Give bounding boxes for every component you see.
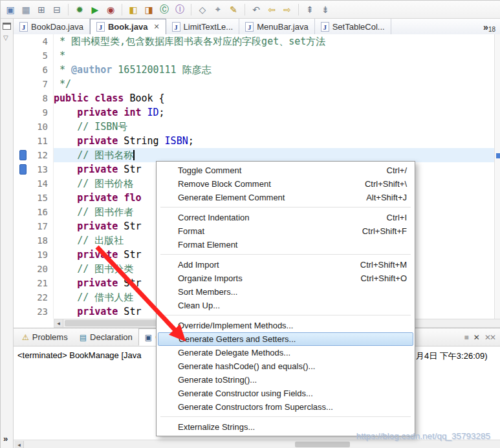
code-line[interactable]: private String ISBN; <box>54 134 500 148</box>
text-cursor <box>133 150 135 160</box>
line-number: 11 <box>30 134 48 148</box>
code-token <box>54 306 77 317</box>
line-number: 16 <box>30 205 48 219</box>
code-token <box>54 135 77 147</box>
toolbar-separator <box>68 4 69 16</box>
new-wizard-icon[interactable]: ▣ <box>3 3 17 17</box>
code-token: String <box>118 135 164 147</box>
new-interface-icon[interactable]: Ⓘ <box>173 3 187 17</box>
external-tools-icon[interactable]: ◉ <box>103 3 118 17</box>
code-token: // ISBN号 <box>77 121 127 133</box>
save-icon[interactable]: ▦ <box>19 3 33 17</box>
export-icon[interactable]: ⊟ <box>50 3 64 17</box>
java-file-icon: J <box>321 22 329 32</box>
previous-annotation-icon[interactable]: ⇞ <box>303 3 317 17</box>
scrollbar-thumb[interactable] <box>295 442 350 447</box>
code-line[interactable]: * 图书模型类,包含数据库图书表各对应的字段get、set方法 <box>54 34 500 48</box>
editor-tab-label: Book.java <box>108 22 147 32</box>
code-token: public <box>54 92 89 104</box>
code-line[interactable]: // 图书名称 <box>54 148 500 162</box>
menu-item-shortcut: Ctrl+/ <box>387 164 407 177</box>
search-icon[interactable]: ⌖ <box>211 3 225 17</box>
restore-view-icon[interactable] <box>3 23 11 30</box>
code-line[interactable]: private int ID; <box>54 105 500 120</box>
view-menu-chevron-icon[interactable] <box>3 34 8 41</box>
code-token <box>54 178 77 189</box>
menu-item-clean-up[interactable]: Clean Up... <box>157 299 415 312</box>
code-token <box>54 263 77 275</box>
menu-item-organize-imports[interactable]: Organize ImportsCtrl+Shift+O <box>157 272 415 285</box>
expand-views-icon[interactable] <box>3 434 8 443</box>
java-file-icon: J <box>172 22 180 32</box>
panel-tab-declaration[interactable]: ▤Declaration <box>74 328 138 346</box>
menu-item-generate-constructor-using-fields[interactable]: Generate Constructor using Fields... <box>157 387 415 400</box>
forward-icon[interactable]: ⇨ <box>280 3 294 17</box>
last-edit-location-icon[interactable]: ↶ <box>249 3 263 17</box>
menu-item-generate-constructors-from-superclass[interactable]: Generate Constructors from Superclass... <box>157 400 415 414</box>
editor-tab-menubar-java[interactable]: JMenuBar.java <box>239 19 315 35</box>
menu-item-generate-delegate-methods[interactable]: Generate Delegate Methods... <box>157 346 415 359</box>
code-line[interactable]: public class Book { <box>54 91 500 105</box>
panel-tab-problems[interactable]: ⚠Problems <box>16 328 74 346</box>
code-token: // 出版社 <box>77 235 124 246</box>
back-icon[interactable]: ⇦ <box>265 3 279 17</box>
menu-item-generate-getters-and-setters[interactable]: Generate Getters and Setters... <box>158 332 413 346</box>
menu-item-label: Generate toString()... <box>178 373 389 387</box>
externalize-strings-icon[interactable]: ✎ <box>226 3 241 17</box>
menu-item-generate-hashcode-and-equals[interactable]: Generate hashCode() and equals()... <box>157 359 415 373</box>
overview-ruler[interactable] <box>494 34 500 319</box>
editor-tab-bookdao-java[interactable]: JBookDao.java <box>14 19 90 35</box>
next-annotation-icon[interactable]: ⇟ <box>318 3 332 17</box>
remove-launch-icon[interactable]: ✕ <box>473 333 479 342</box>
menu-item-label: Generate Constructors from Superclass... <box>178 400 389 414</box>
new-class-icon[interactable]: Ⓒ <box>157 3 171 17</box>
menu-item-sort-members[interactable]: Sort Members... <box>157 285 415 299</box>
code-token: ISBN <box>165 135 188 147</box>
menu-item-override-implement-methods[interactable]: Override/Implement Methods... <box>157 319 415 332</box>
scroll-left-icon[interactable] <box>54 319 63 327</box>
code-token: private <box>77 164 118 175</box>
menu-item-remove-block-comment[interactable]: Remove Block CommentCtrl+Shift+\ <box>157 177 415 191</box>
marker-ruler[interactable] <box>14 34 30 319</box>
scroll-left-icon[interactable] <box>15 441 24 448</box>
code-token: */ <box>54 78 71 90</box>
menu-item-label: Format Element <box>178 238 389 251</box>
code-token: Book { <box>124 92 164 104</box>
menu-item-label: Generate Getters and Setters... <box>179 332 388 346</box>
open-type-icon[interactable]: ◇ <box>195 3 210 17</box>
editor-tab-limittextle[interactable]: JLimitTextLe... <box>166 19 240 35</box>
code-token <box>54 149 77 161</box>
menu-item-format-element[interactable]: Format Element <box>157 238 415 251</box>
java-file-icon: J <box>96 22 105 32</box>
new-java-project-icon[interactable]: ◧ <box>126 3 140 17</box>
menu-item-generate-tostring[interactable]: Generate toString()... <box>157 373 415 387</box>
code-line[interactable]: * <box>54 48 500 63</box>
terminate-icon[interactable]: ■ <box>464 333 468 342</box>
print-icon[interactable]: ⊞ <box>34 3 49 17</box>
editor-tab-settablecol[interactable]: JSetTableCol... <box>315 19 391 35</box>
line-number: 9 <box>30 105 48 120</box>
remove-all-launches-icon[interactable]: ✕✕ <box>484 333 495 342</box>
menu-item-format[interactable]: FormatCtrl+Shift+F <box>157 224 415 238</box>
tab-overflow-chevron[interactable]: 18 <box>483 19 500 35</box>
editor-tab-book-java[interactable]: JBook.java <box>90 19 166 35</box>
code-token: Str <box>118 277 141 289</box>
close-tab-icon[interactable] <box>153 23 159 31</box>
menu-item-generate-element-comment[interactable]: Generate Element CommentAlt+Shift+J <box>157 191 415 204</box>
menu-item-add-import[interactable]: Add ImportCtrl+Shift+M <box>157 258 415 272</box>
menu-item-toggle-comment[interactable]: Toggle CommentCtrl+/ <box>157 164 415 177</box>
run-icon[interactable]: ▶ <box>88 3 102 17</box>
code-token <box>54 249 77 261</box>
console-status-left: <terminated> BookManage [Java <box>17 350 144 360</box>
editor-tab-label: LimitTextLe... <box>184 22 234 32</box>
menu-item-label: Add Import <box>178 258 342 272</box>
code-line[interactable]: * @author 1651200111 陈彦志 <box>54 63 500 77</box>
panel-tab-label: Declaration <box>90 332 133 342</box>
code-token <box>89 92 94 104</box>
new-package-icon[interactable]: ◨ <box>142 3 156 17</box>
editor-tab-label: SetTableCol... <box>332 22 385 32</box>
code-line[interactable]: */ <box>54 77 500 91</box>
menu-item-correct-indentation[interactable]: Correct IndentationCtrl+I <box>157 211 415 224</box>
code-line[interactable]: // ISBN号 <box>54 120 500 134</box>
debug-icon[interactable]: ✹ <box>72 3 87 17</box>
